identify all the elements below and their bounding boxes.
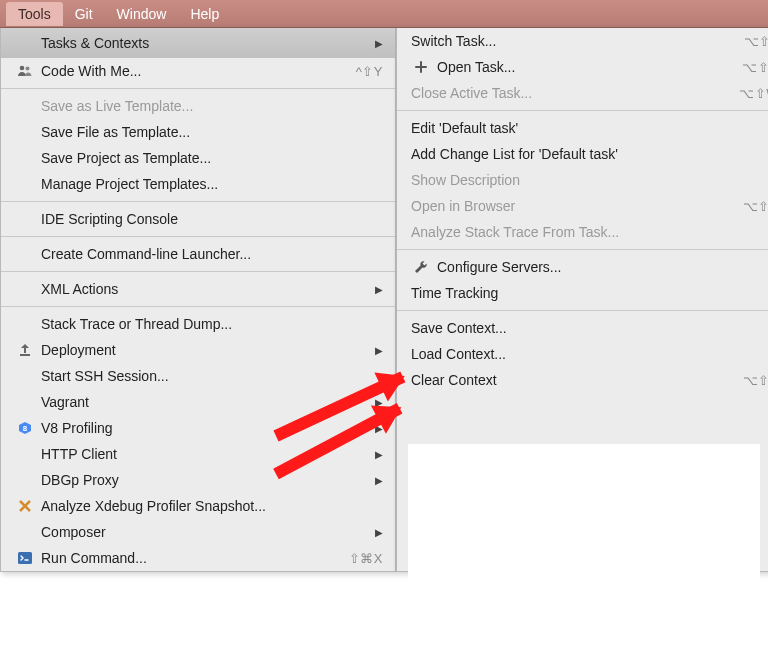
menu-item-label: Vagrant bbox=[41, 394, 367, 410]
menubar-item-git[interactable]: Git bbox=[63, 2, 105, 26]
menu-item-label: Analyze Xdebug Profiler Snapshot... bbox=[41, 498, 383, 514]
background-area bbox=[408, 444, 760, 650]
menu-item-save-file-as-template[interactable]: Save File as Template... bbox=[1, 119, 395, 145]
upload-icon bbox=[15, 342, 35, 358]
tools-menu: Tasks & Contexts▶Code With Me...^⇧YSave … bbox=[0, 28, 396, 572]
menu-item-label: Save File as Template... bbox=[41, 124, 383, 140]
chevron-right-icon: ▶ bbox=[375, 527, 383, 538]
menu-item-label: Save Project as Template... bbox=[41, 150, 383, 166]
menu-item-analyze-xdebug-profiler-snapshot[interactable]: Analyze Xdebug Profiler Snapshot... bbox=[1, 493, 395, 519]
menu-item-close-active-task: Close Active Task...⌥⇧W bbox=[397, 80, 768, 106]
menu-item-code-with-me[interactable]: Code With Me...^⇧Y bbox=[1, 58, 395, 84]
menu-item-label: Analyze Stack Trace From Task... bbox=[411, 224, 768, 240]
menu-item-composer[interactable]: Composer▶ bbox=[1, 519, 395, 545]
menu-item-deployment[interactable]: Deployment▶ bbox=[1, 337, 395, 363]
chevron-right-icon: ▶ bbox=[375, 284, 383, 295]
menu-separator bbox=[397, 249, 768, 250]
menu-item-shortcut: ⌥⇧B bbox=[743, 199, 768, 214]
menu-item-label: Configure Servers... bbox=[437, 259, 768, 275]
menu-item-ide-scripting-console[interactable]: IDE Scripting Console bbox=[1, 206, 395, 232]
menu-separator bbox=[1, 201, 395, 202]
menu-item-label: IDE Scripting Console bbox=[41, 211, 383, 227]
menu-item-label: Deployment bbox=[41, 342, 367, 358]
menu-item-label: Open in Browser bbox=[411, 198, 733, 214]
menu-item-label: XML Actions bbox=[41, 281, 367, 297]
menu-item-label: Open Task... bbox=[437, 59, 732, 75]
menu-item-shortcut: ⌥⇧T bbox=[744, 34, 768, 49]
menu-item-manage-project-templates[interactable]: Manage Project Templates... bbox=[1, 171, 395, 197]
menu-item-label: DBGp Proxy bbox=[41, 472, 367, 488]
menu-item-save-project-as-template[interactable]: Save Project as Template... bbox=[1, 145, 395, 171]
menu-item-open-in-browser: Open in Browser⌥⇧B bbox=[397, 193, 768, 219]
menu-item-shortcut: ⌥⇧W bbox=[739, 86, 768, 101]
menubar-item-help[interactable]: Help bbox=[178, 2, 231, 26]
menu-item-analyze-stack-trace-from-task: Analyze Stack Trace From Task... bbox=[397, 219, 768, 245]
menu-item-clear-context[interactable]: Clear Context⌥⇧X bbox=[397, 367, 768, 393]
menu-item-label: Load Context... bbox=[411, 346, 768, 362]
menu-item-label: Composer bbox=[41, 524, 367, 540]
svg-point-1 bbox=[26, 67, 30, 71]
menu-item-label: Run Command... bbox=[41, 550, 339, 566]
menu-item-shortcut: ⌥⇧X bbox=[743, 373, 768, 388]
menu-separator bbox=[397, 110, 768, 111]
menu-item-load-context[interactable]: Load Context... bbox=[397, 341, 768, 367]
svg-rect-5 bbox=[18, 552, 32, 564]
menu-item-label: Close Active Task... bbox=[411, 85, 729, 101]
svg-rect-2 bbox=[20, 354, 30, 356]
menu-item-label: Start SSH Session... bbox=[41, 368, 383, 384]
menu-item-label: Switch Task... bbox=[411, 33, 734, 49]
menu-item-switch-task[interactable]: Switch Task...⌥⇧T bbox=[397, 28, 768, 54]
menu-separator bbox=[1, 236, 395, 237]
chevron-right-icon: ▶ bbox=[375, 38, 383, 49]
menu-item-edit-default-task[interactable]: Edit 'Default task' bbox=[397, 115, 768, 141]
menu-separator bbox=[1, 271, 395, 272]
menubar-item-tools[interactable]: Tools bbox=[6, 2, 63, 26]
menu-item-label: Code With Me... bbox=[41, 63, 346, 79]
menu-item-label: Tasks & Contexts bbox=[41, 35, 367, 51]
menu-item-open-task[interactable]: Open Task...⌥⇧N bbox=[397, 54, 768, 80]
menu-item-shortcut: ⌥⇧N bbox=[742, 60, 768, 75]
menu-item-label: Time Tracking bbox=[411, 285, 763, 301]
menu-item-label: Manage Project Templates... bbox=[41, 176, 383, 192]
v8-icon: 8 bbox=[15, 420, 35, 436]
menu-item-label: Edit 'Default task' bbox=[411, 120, 768, 136]
menu-item-label: Clear Context bbox=[411, 372, 733, 388]
menu-separator bbox=[1, 306, 395, 307]
plus-icon bbox=[411, 59, 431, 75]
chevron-right-icon: ▶ bbox=[375, 345, 383, 356]
svg-point-0 bbox=[20, 66, 25, 71]
menu-item-start-ssh-session[interactable]: Start SSH Session... bbox=[1, 363, 395, 389]
menu-item-show-description: Show Description bbox=[397, 167, 768, 193]
menu-item-shortcut: ⇧⌘X bbox=[349, 551, 383, 566]
xdebug-icon bbox=[15, 498, 35, 514]
menu-separator bbox=[1, 88, 395, 89]
menu-item-run-command[interactable]: Run Command...⇧⌘X bbox=[1, 545, 395, 571]
menu-item-label: Create Command-line Launcher... bbox=[41, 246, 383, 262]
terminal-icon bbox=[15, 550, 35, 566]
menubar-item-window[interactable]: Window bbox=[105, 2, 179, 26]
menu-item-shortcut: ^⇧Y bbox=[356, 64, 383, 79]
menu-item-create-command-line-launcher[interactable]: Create Command-line Launcher... bbox=[1, 241, 395, 267]
chevron-right-icon: ▶ bbox=[375, 449, 383, 460]
menu-separator bbox=[397, 310, 768, 311]
svg-text:8: 8 bbox=[23, 424, 28, 433]
menu-item-label: Show Description bbox=[411, 172, 768, 188]
menubar: ToolsGitWindowHelp bbox=[0, 0, 768, 28]
menu-item-tasks-contexts[interactable]: Tasks & Contexts▶ bbox=[1, 28, 395, 58]
menu-item-label: Stack Trace or Thread Dump... bbox=[41, 316, 383, 332]
menu-item-xml-actions[interactable]: XML Actions▶ bbox=[1, 276, 395, 302]
menu-item-configure-servers[interactable]: Configure Servers... bbox=[397, 254, 768, 280]
people-icon bbox=[15, 63, 35, 79]
menu-item-stack-trace-or-thread-dump[interactable]: Stack Trace or Thread Dump... bbox=[1, 311, 395, 337]
menu-item-save-context[interactable]: Save Context... bbox=[397, 315, 768, 341]
menu-item-label: Add Change List for 'Default task' bbox=[411, 146, 768, 162]
wrench-icon bbox=[411, 259, 431, 275]
chevron-right-icon: ▶ bbox=[375, 475, 383, 486]
menu-item-add-change-list-for-default-task[interactable]: Add Change List for 'Default task' bbox=[397, 141, 768, 167]
menu-item-time-tracking[interactable]: Time Tracking▶ bbox=[397, 280, 768, 306]
menu-item-label: Save Context... bbox=[411, 320, 768, 336]
menu-item-save-as-live-template: Save as Live Template... bbox=[1, 93, 395, 119]
menu-item-dbgp-proxy[interactable]: DBGp Proxy▶ bbox=[1, 467, 395, 493]
menu-item-label: Save as Live Template... bbox=[41, 98, 383, 114]
